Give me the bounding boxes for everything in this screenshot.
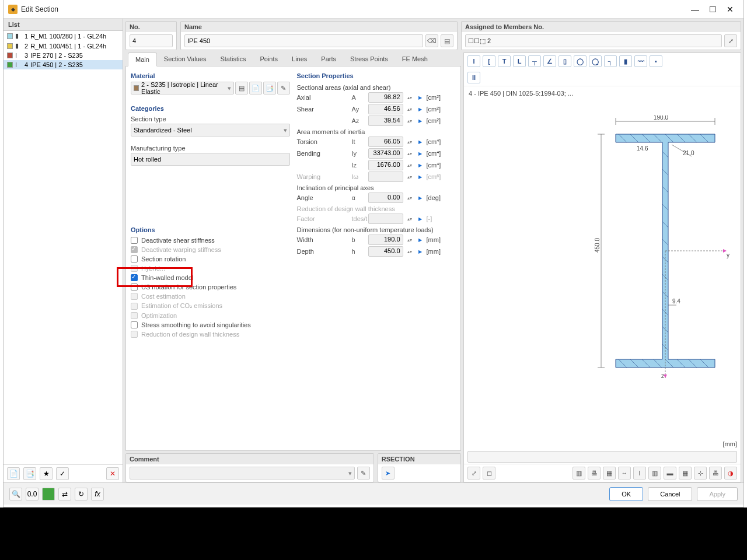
view-reset-icon[interactable]: ◻ bbox=[483, 467, 495, 480]
spinner-icon[interactable]: ▴▾ bbox=[406, 195, 414, 201]
delete-button[interactable]: ✕ bbox=[106, 467, 119, 480]
preview-filter-select[interactable] bbox=[467, 451, 737, 463]
shape-button[interactable]: ┐ bbox=[604, 55, 617, 67]
print2-icon[interactable]: 🖶 bbox=[709, 467, 722, 480]
section-list[interactable]: ▮1R_M1 100/280 | 1 - GL24h▮2R_M1 100/451… bbox=[4, 31, 123, 464]
ok-button[interactable]: OK bbox=[609, 487, 643, 501]
list-item[interactable]: ▮1R_M1 100/280 | 1 - GL24h bbox=[4, 31, 123, 41]
units-button[interactable]: 0.0 bbox=[26, 488, 39, 501]
solid-icon[interactable]: ▬ bbox=[664, 467, 676, 480]
tab-section-values[interactable]: Section Values bbox=[157, 52, 214, 66]
apply-icon[interactable]: ▶ bbox=[416, 118, 424, 124]
material-new-icon[interactable]: 📄 bbox=[249, 82, 262, 94]
material-edit-icon[interactable]: ✎ bbox=[277, 82, 290, 94]
shape-button[interactable]: ┬ bbox=[528, 55, 541, 67]
apply-icon[interactable]: ▶ bbox=[416, 237, 424, 243]
spinner-icon[interactable]: ▴▾ bbox=[406, 95, 414, 100]
assign-members-input[interactable] bbox=[465, 34, 722, 47]
comment-input[interactable]: ▾ bbox=[130, 467, 355, 480]
favorites-button[interactable]: ★ bbox=[40, 467, 53, 480]
view-opt1-icon[interactable]: ▥ bbox=[573, 467, 585, 480]
cancel-button[interactable]: Cancel bbox=[648, 487, 692, 501]
axes-icon[interactable]: ⊹ bbox=[694, 467, 707, 480]
shape-button[interactable]: T bbox=[498, 55, 511, 67]
shape-button[interactable]: ◯̱ bbox=[589, 55, 602, 67]
maximize-button[interactable]: ☐ bbox=[704, 5, 721, 14]
shape-button[interactable]: II bbox=[467, 72, 480, 83]
shape-button[interactable]: ▮ bbox=[619, 55, 632, 67]
spinner-icon[interactable]: ▴▾ bbox=[406, 249, 414, 254]
apply-icon[interactable]: ▶ bbox=[416, 95, 424, 100]
render-icon[interactable]: ▦ bbox=[603, 467, 616, 480]
tree-button[interactable]: ⇄ bbox=[58, 488, 71, 501]
error-icon[interactable]: ◑ bbox=[724, 467, 737, 480]
edit-name-icon[interactable]: ⌫ bbox=[425, 34, 438, 47]
new-button[interactable]: 📄 bbox=[7, 467, 20, 480]
prop-value[interactable]: 0.00 bbox=[368, 192, 403, 203]
spinner-icon[interactable]: ▴▾ bbox=[406, 107, 414, 112]
fx-button[interactable]: fx bbox=[91, 488, 104, 501]
option-checkbox[interactable]: Stress smoothing to avoid singularities bbox=[131, 320, 290, 330]
material-library-icon[interactable]: ▤ bbox=[235, 82, 248, 94]
copy-button[interactable]: 📑 bbox=[23, 467, 36, 480]
tab-statistics[interactable]: Statistics bbox=[213, 52, 253, 66]
spinner-icon[interactable]: ▴▾ bbox=[406, 237, 414, 243]
prop-value[interactable]: 33743.00 bbox=[368, 148, 403, 159]
prop-value[interactable]: 190.0 bbox=[368, 235, 403, 245]
material-select[interactable]: 2 - S235 | Isotropic | Linear Elastic▾ bbox=[131, 82, 234, 94]
apply-icon[interactable]: ▶ bbox=[416, 163, 424, 168]
prop-value[interactable]: 66.05 bbox=[368, 136, 403, 147]
section-icon[interactable]: I bbox=[633, 467, 646, 480]
option-checkbox[interactable]: Section rotation bbox=[131, 254, 290, 264]
rsection-open-icon[interactable]: ➤ bbox=[382, 467, 395, 480]
apply-icon[interactable]: ▶ bbox=[416, 139, 424, 145]
view-fit-icon[interactable]: ⤢ bbox=[467, 467, 480, 480]
check-button[interactable]: ✓ bbox=[56, 467, 69, 480]
apply-icon[interactable]: ▶ bbox=[416, 195, 424, 201]
apply-icon[interactable]: ▶ bbox=[416, 107, 424, 112]
tab-points[interactable]: Points bbox=[253, 52, 285, 66]
prop-value[interactable]: 39.54 bbox=[368, 116, 403, 126]
list-item[interactable]: I4IPE 450 | 2 - S235 bbox=[4, 60, 123, 69]
comment-edit-icon[interactable]: ✎ bbox=[357, 467, 370, 480]
pick-members-icon[interactable]: ⤢ bbox=[724, 34, 737, 47]
apply-icon[interactable]: ▶ bbox=[416, 151, 424, 156]
prop-value[interactable]: 46.56 bbox=[368, 104, 403, 114]
section-type-select[interactable]: Standardized - Steel▾ bbox=[131, 124, 290, 136]
wire-icon[interactable]: ▥ bbox=[648, 467, 661, 480]
list-item[interactable]: I3IPE 270 | 2 - S235 bbox=[4, 51, 123, 60]
library-icon[interactable]: ▤ bbox=[441, 34, 453, 47]
option-checkbox[interactable]: Deactivate shear stiffness bbox=[131, 236, 290, 245]
help-button[interactable]: 🔍 bbox=[9, 488, 22, 501]
shape-button[interactable]: ◯ bbox=[574, 55, 587, 67]
tab-lines[interactable]: Lines bbox=[285, 52, 314, 66]
tab-fe-mesh[interactable]: FE Mesh bbox=[395, 52, 435, 66]
dim-icon[interactable]: ↔ bbox=[618, 467, 631, 480]
shape-button[interactable]: ▪ bbox=[650, 55, 662, 67]
material-copy-icon[interactable]: 📑 bbox=[263, 82, 276, 94]
prop-value[interactable]: 450.0 bbox=[368, 246, 403, 257]
shape-button[interactable]: ∠ bbox=[543, 55, 556, 67]
close-button[interactable]: ✕ bbox=[721, 5, 739, 14]
print-icon[interactable]: 🖶 bbox=[588, 467, 601, 480]
shape-button[interactable]: 〰 bbox=[634, 55, 647, 67]
section-no-input[interactable] bbox=[130, 34, 173, 47]
grid-icon[interactable]: ▦ bbox=[679, 467, 692, 480]
shape-button[interactable]: I bbox=[467, 55, 480, 67]
refresh-button[interactable]: ↻ bbox=[75, 488, 88, 501]
shape-button[interactable]: [ bbox=[483, 55, 495, 67]
prop-value[interactable]: 1676.00 bbox=[368, 160, 403, 170]
tab-stress-points[interactable]: Stress Points bbox=[343, 52, 395, 66]
spinner-icon[interactable]: ▴▾ bbox=[406, 151, 414, 156]
shape-button[interactable]: L bbox=[513, 55, 526, 67]
tab-parts[interactable]: Parts bbox=[314, 52, 343, 66]
section-preview[interactable]: 4 - IPE 450 | DIN 1025-5:1994-03; ... 19… bbox=[464, 86, 741, 450]
option-checkbox[interactable]: US notation for section properties bbox=[131, 282, 290, 292]
option-checkbox[interactable]: Thin-walled model bbox=[131, 273, 290, 282]
color-button[interactable] bbox=[42, 488, 55, 501]
spinner-icon[interactable]: ▴▾ bbox=[406, 139, 414, 145]
section-name-input[interactable] bbox=[184, 34, 423, 47]
minimize-button[interactable]: — bbox=[686, 5, 704, 14]
list-item[interactable]: ▮2R_M1 100/451 | 1 - GL24h bbox=[4, 41, 123, 51]
prop-value[interactable]: 98.82 bbox=[368, 92, 403, 103]
